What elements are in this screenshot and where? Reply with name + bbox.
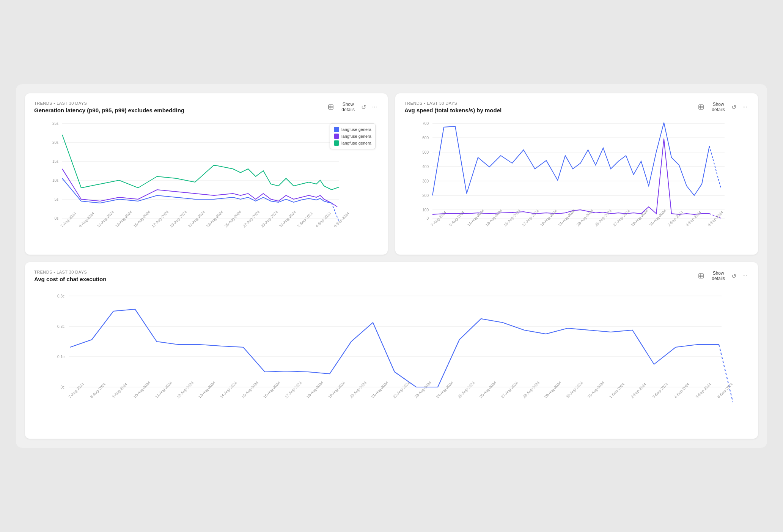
svg-text:11-Aug-2024: 11-Aug-2024 [96, 209, 115, 228]
svg-text:0.3c: 0.3c [57, 294, 64, 298]
svg-rect-68 [699, 274, 703, 278]
cost-show-details-button[interactable]: Show details [691, 270, 727, 282]
svg-text:21-Aug-2024: 21-Aug-2024 [558, 208, 576, 227]
speed-chart-area: 700 600 500 400 300 200 100 0 7-Aug-2024 [404, 120, 749, 249]
latency-refresh-button[interactable]: ↺ [360, 103, 368, 112]
svg-text:11-Aug-2024: 11-Aug-2024 [154, 380, 173, 399]
svg-text:23-Aug-2024: 23-Aug-2024 [414, 380, 432, 399]
svg-text:19-Aug-2024: 19-Aug-2024 [539, 208, 558, 227]
speed-card-header: TRENDS • LAST 30 DAYS Avg speed (total t… [404, 101, 749, 118]
svg-text:5-Sep-2024: 5-Sep-2024 [695, 382, 712, 399]
legend-label-green: langfuse genera [341, 141, 371, 145]
svg-text:6-Sep-2024: 6-Sep-2024 [717, 382, 734, 399]
latency-card-meta-group: TRENDS • LAST 30 DAYS Generation latency… [34, 101, 184, 118]
svg-text:2-Sep-2024: 2-Sep-2024 [667, 210, 684, 227]
svg-text:29-Aug-2024: 29-Aug-2024 [260, 209, 279, 228]
svg-text:30-Aug-2024: 30-Aug-2024 [565, 380, 584, 399]
svg-text:2-Sep-2024: 2-Sep-2024 [297, 211, 314, 228]
svg-text:4-Sep-2024: 4-Sep-2024 [685, 210, 702, 227]
legend-color-blue [334, 127, 339, 132]
legend-label-blue: langfuse genera [341, 127, 371, 132]
cost-card-header: TRENDS • LAST 30 DAYS Avg cost of chat e… [34, 270, 749, 287]
latency-show-details-button[interactable]: Show details [321, 101, 357, 113]
svg-text:11-Aug-2024: 11-Aug-2024 [467, 208, 485, 227]
svg-text:25-Aug-2024: 25-Aug-2024 [224, 209, 242, 228]
svg-text:10s: 10s [52, 178, 58, 183]
svg-text:12-Aug-2024: 12-Aug-2024 [176, 380, 195, 399]
svg-text:27-Aug-2024: 27-Aug-2024 [500, 380, 519, 399]
svg-text:0.2c: 0.2c [57, 324, 64, 329]
speed-card-meta-group: TRENDS • LAST 30 DAYS Avg speed (total t… [404, 101, 502, 118]
svg-text:23-Aug-2024: 23-Aug-2024 [206, 209, 224, 228]
svg-text:5s: 5s [54, 197, 58, 201]
svg-text:29-Aug-2024: 29-Aug-2024 [544, 380, 562, 399]
svg-text:8-Aug-2024: 8-Aug-2024 [90, 382, 107, 399]
speed-chart-svg: 700 600 500 400 300 200 100 0 7-Aug-2024 [404, 120, 749, 233]
legend-color-green [334, 140, 339, 146]
svg-text:400: 400 [422, 165, 429, 169]
svg-text:15s: 15s [52, 159, 58, 164]
top-row: TRENDS • LAST 30 DAYS Generation latency… [25, 93, 758, 255]
svg-text:15-Aug-2024: 15-Aug-2024 [503, 208, 522, 227]
latency-card: TRENDS • LAST 30 DAYS Generation latency… [25, 93, 388, 255]
svg-text:0s: 0s [54, 216, 58, 220]
latency-legend: langfuse genera langfuse genera langfuse… [330, 123, 376, 149]
legend-item-purple: langfuse genera [334, 134, 371, 139]
svg-text:7-Aug-2024: 7-Aug-2024 [430, 210, 447, 227]
cost-card-title: Avg cost of chat execution [34, 276, 106, 282]
latency-card-actions: Show details ↺ ··· [321, 101, 379, 113]
svg-text:300: 300 [422, 179, 429, 183]
dashboard: TRENDS • LAST 30 DAYS Generation latency… [16, 84, 767, 448]
svg-text:200: 200 [422, 194, 429, 198]
svg-text:19-Aug-2024: 19-Aug-2024 [169, 209, 188, 228]
svg-text:16-Aug-2024: 16-Aug-2024 [263, 380, 281, 399]
cost-chart-area: 0.3c 0.2c 0.1c 0c 7-Aug-2024 8-Aug-2024 … [34, 288, 749, 433]
svg-text:31-Aug-2024: 31-Aug-2024 [649, 208, 667, 227]
svg-text:2-Sep-2024: 2-Sep-2024 [630, 382, 647, 399]
cost-chart-svg: 0.3c 0.2c 0.1c 0c 7-Aug-2024 8-Aug-2024 … [34, 288, 749, 410]
svg-text:21-Aug-2024: 21-Aug-2024 [371, 380, 389, 399]
speed-card-actions: Show details ↺ ··· [691, 101, 749, 113]
speed-more-button[interactable]: ··· [741, 103, 749, 111]
svg-text:7-Aug-2024: 7-Aug-2024 [60, 211, 77, 228]
svg-text:18-Aug-2024: 18-Aug-2024 [306, 380, 324, 399]
svg-text:0c: 0c [60, 385, 64, 389]
svg-text:31-Aug-2024: 31-Aug-2024 [587, 380, 605, 399]
svg-text:31-Aug-2024: 31-Aug-2024 [278, 209, 297, 228]
svg-text:22-Aug-2024: 22-Aug-2024 [392, 380, 411, 399]
svg-text:6-Sep-2024: 6-Sep-2024 [707, 210, 724, 227]
svg-text:20-Aug-2024: 20-Aug-2024 [349, 380, 368, 399]
cost-card-actions: Show details ↺ ··· [691, 270, 749, 282]
svg-text:700: 700 [422, 121, 429, 126]
svg-text:13-Aug-2024: 13-Aug-2024 [115, 209, 133, 228]
table-icon-speed [692, 104, 710, 110]
svg-text:15-Aug-2024: 15-Aug-2024 [241, 380, 259, 399]
speed-card: TRENDS • LAST 30 DAYS Avg speed (total t… [395, 93, 758, 255]
speed-show-details-button[interactable]: Show details [691, 101, 727, 113]
svg-text:24-Aug-2024: 24-Aug-2024 [436, 380, 454, 399]
svg-text:0.1c: 0.1c [57, 355, 64, 359]
cost-card-meta: TRENDS • LAST 30 DAYS [34, 270, 106, 274]
svg-text:17-Aug-2024: 17-Aug-2024 [284, 380, 303, 399]
svg-text:7-Aug-2024: 7-Aug-2024 [68, 382, 85, 399]
svg-text:3-Sep-2024: 3-Sep-2024 [652, 382, 669, 399]
svg-text:0: 0 [426, 216, 429, 220]
cost-more-button[interactable]: ··· [741, 272, 749, 280]
table-icon-cost [692, 273, 710, 279]
speed-card-title: Avg speed (total tokens/s) by model [404, 107, 502, 113]
speed-card-meta: TRENDS • LAST 30 DAYS [404, 101, 502, 105]
svg-text:21-Aug-2024: 21-Aug-2024 [187, 209, 206, 228]
svg-text:9-Aug-2024: 9-Aug-2024 [111, 382, 128, 399]
svg-text:26-Aug-2024: 26-Aug-2024 [479, 380, 497, 399]
svg-rect-0 [329, 105, 333, 109]
svg-text:20s: 20s [52, 140, 58, 145]
svg-text:1-Sep-2024: 1-Sep-2024 [608, 382, 626, 399]
cost-refresh-button[interactable]: ↺ [730, 272, 738, 280]
legend-label-purple: langfuse genera [341, 134, 371, 139]
latency-more-button[interactable]: ··· [371, 103, 379, 111]
svg-text:29-Aug-2024: 29-Aug-2024 [630, 208, 649, 227]
svg-text:10-Aug-2024: 10-Aug-2024 [133, 380, 151, 399]
svg-text:27-Aug-2024: 27-Aug-2024 [612, 208, 631, 227]
speed-refresh-button[interactable]: ↺ [730, 103, 738, 112]
svg-text:13-Aug-2024: 13-Aug-2024 [485, 208, 503, 227]
